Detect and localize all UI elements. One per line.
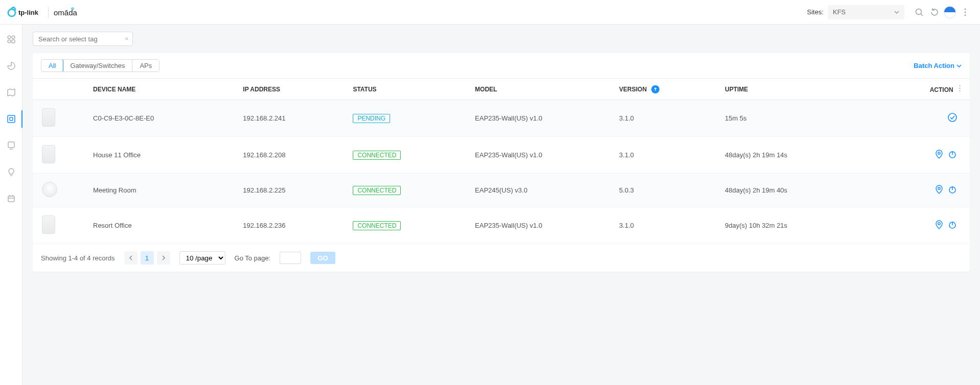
tag-search[interactable] xyxy=(33,32,133,46)
col-version[interactable]: VERSION xyxy=(615,79,721,100)
status-badge: CONNECTED xyxy=(353,221,401,230)
batch-action-button[interactable]: Batch Action xyxy=(914,62,962,69)
nav-map[interactable] xyxy=(0,85,22,100)
nav-insight[interactable] xyxy=(0,164,22,180)
svg-point-10 xyxy=(8,40,11,43)
table-row[interactable]: Resort Office 192.168.2.236 CONNECTED EA… xyxy=(33,207,970,244)
cell-actions xyxy=(874,174,970,207)
brand: tp-link omāda xyxy=(7,7,89,18)
col-status[interactable]: STATUS xyxy=(349,79,471,100)
svg-point-33 xyxy=(938,223,940,225)
sites-label: Sites: xyxy=(807,8,824,16)
sites-dropdown[interactable]: KFS xyxy=(828,5,904,19)
action-locate-button[interactable] xyxy=(934,220,944,230)
devices-table: DEVICE NAME IP ADDRESS STATUS MODEL VERS… xyxy=(33,78,970,244)
tab-aps[interactable]: APs xyxy=(132,60,159,71)
col-model[interactable]: MODEL xyxy=(471,79,615,100)
col-device-name[interactable]: DEVICE NAME xyxy=(89,79,239,100)
column-settings-button[interactable] xyxy=(959,86,961,93)
cell-ip: 192.168.2.208 xyxy=(239,137,349,174)
user-menu[interactable] xyxy=(942,5,958,20)
action-locate-button[interactable] xyxy=(934,149,944,159)
goto-button[interactable]: GO xyxy=(310,252,335,264)
action-adopt-button[interactable] xyxy=(947,112,958,123)
col-uptime[interactable]: UPTIME xyxy=(721,79,874,100)
page-prev-button[interactable] xyxy=(124,251,138,264)
table-row[interactable]: C0-C9-E3-0C-8E-E0 192.168.2.241 PENDING … xyxy=(33,100,970,137)
per-page-select[interactable]: 10 /page xyxy=(179,251,225,264)
svg-rect-11 xyxy=(12,40,15,43)
cell-device-name: C0-C9-E3-0C-8E-E0 xyxy=(89,100,239,137)
svg-point-23 xyxy=(959,85,960,86)
device-type-icon xyxy=(42,215,55,234)
svg-point-6 xyxy=(965,11,966,13)
action-reboot-button[interactable] xyxy=(947,149,958,159)
nav-statistics[interactable] xyxy=(0,58,22,74)
pagination: 1 xyxy=(124,251,170,264)
nav-devices[interactable] xyxy=(0,111,22,127)
cell-device-name: Resort Office xyxy=(89,207,239,244)
top-header: tp-link omāda Sites: KFS xyxy=(0,0,980,25)
goto-page-input[interactable] xyxy=(280,252,301,264)
svg-rect-17 xyxy=(8,196,14,202)
records-info: Showing 1-4 of 4 records xyxy=(41,254,115,262)
cell-model: EAP235-Wall(US) v1.0 xyxy=(471,100,615,137)
action-locate-button[interactable] xyxy=(934,184,944,195)
refresh-icon xyxy=(930,8,939,17)
site-selected: KFS xyxy=(833,8,846,16)
cell-ip: 192.168.2.241 xyxy=(239,100,349,137)
device-type-icon xyxy=(42,145,55,163)
svg-point-25 xyxy=(959,90,960,91)
cell-actions xyxy=(874,207,970,244)
more-vertical-icon xyxy=(959,85,961,92)
statistics-icon xyxy=(7,61,16,70)
table-header-row: DEVICE NAME IP ADDRESS STATUS MODEL VERS… xyxy=(33,79,970,100)
log-icon xyxy=(7,194,16,203)
cell-device-name: Meeting Room xyxy=(89,174,239,207)
page-number-1[interactable]: 1 xyxy=(141,251,154,264)
svg-point-3 xyxy=(916,9,922,14)
omada-logo: omāda xyxy=(54,7,89,17)
action-reboot-button[interactable] xyxy=(947,184,958,195)
chevron-down-icon xyxy=(956,63,962,68)
tag-search-input[interactable] xyxy=(37,35,125,43)
table-row[interactable]: Meeting Room 192.168.2.225 CONNECTED EAP… xyxy=(33,174,970,207)
batch-action-label: Batch Action xyxy=(914,62,954,69)
sites-selector-wrap: Sites: KFS xyxy=(807,5,904,19)
col-action: ACTION xyxy=(930,86,953,93)
chevron-down-icon xyxy=(894,10,899,15)
svg-point-7 xyxy=(965,14,966,16)
cell-ip: 192.168.2.225 xyxy=(239,174,349,207)
device-type-icon xyxy=(42,108,55,127)
sort-ascending-icon xyxy=(651,85,659,93)
col-ip[interactable]: IP ADDRESS xyxy=(239,79,349,100)
svg-point-9 xyxy=(12,36,15,39)
insight-icon xyxy=(7,167,16,177)
content: All Gateway/Switches APs Batch Action DE… xyxy=(22,25,980,385)
col-version-label: VERSION xyxy=(619,86,647,93)
header-more-button[interactable] xyxy=(958,5,973,20)
cell-uptime: 15m 5s xyxy=(721,100,874,137)
svg-text:tp-link: tp-link xyxy=(18,9,39,16)
global-search-button[interactable] xyxy=(911,5,927,20)
cell-actions xyxy=(874,100,970,137)
search-icon xyxy=(125,35,128,42)
tab-gateway-switches[interactable]: Gateway/Switches xyxy=(63,60,132,71)
action-reboot-button[interactable] xyxy=(947,220,958,230)
nav-dashboard[interactable] xyxy=(0,32,22,47)
cell-uptime: 48day(s) 2h 19m 14s xyxy=(721,137,874,174)
page-next-button[interactable] xyxy=(157,251,170,264)
svg-point-0 xyxy=(8,9,15,16)
nav-log[interactable] xyxy=(0,191,22,206)
svg-rect-12 xyxy=(8,115,15,123)
map-icon xyxy=(7,88,16,97)
tab-all[interactable]: All xyxy=(41,59,63,72)
cell-version: 3.1.0 xyxy=(615,207,721,244)
refresh-button[interactable] xyxy=(927,5,942,20)
nav-clients[interactable] xyxy=(0,138,22,153)
svg-point-21 xyxy=(126,38,128,40)
devices-panel: All Gateway/Switches APs Batch Action DE… xyxy=(33,53,970,272)
status-badge: PENDING xyxy=(353,114,390,123)
cell-ip: 192.168.2.236 xyxy=(239,207,349,244)
table-row[interactable]: House 11 Office 192.168.2.208 CONNECTED … xyxy=(33,137,970,174)
